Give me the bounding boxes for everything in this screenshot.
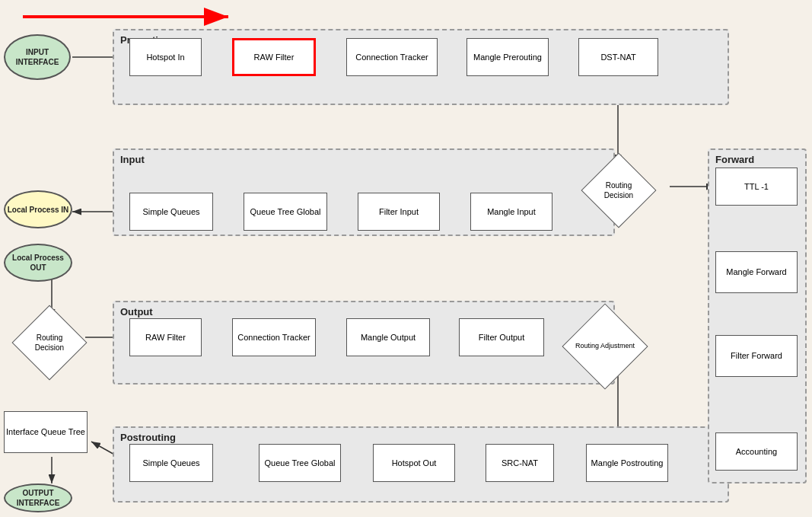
mangle-forward-label: Mangle Forward: [726, 266, 786, 277]
connection-tracker-pre-box: Connection Tracker: [346, 38, 438, 76]
routing-decision-2-label: Routing Decision: [23, 333, 76, 353]
local-process-out-oval: Local Process OUT: [4, 244, 72, 282]
raw-filter-pre-label: RAW Filter: [254, 52, 295, 62]
raw-filter-pre-box: RAW Filter: [232, 38, 316, 76]
local-process-in-oval: Local Process IN: [4, 190, 72, 228]
postrouting-label: Postrouting: [120, 432, 176, 443]
hotspot-in-box: Hotspot In: [129, 38, 202, 76]
mangle-postrouting-box: Mangle Postrouting: [586, 444, 668, 482]
interface-queue-tree-label: Interface Queue Tree: [6, 426, 85, 437]
ttl-1-label: TTL -1: [744, 181, 769, 192]
hotspot-out-box: Hotspot Out: [373, 444, 455, 482]
routing-adjustment-diamond: Routing Adjustment: [575, 316, 635, 377]
diagram: Prerouting INPUT INTERFACE Hotspot In RA…: [0, 0, 812, 517]
routing-adjustment-label: Routing Adjustment: [575, 342, 635, 351]
hotspot-out-label: Hotspot Out: [392, 458, 437, 468]
mangle-input-box: Mangle Input: [470, 193, 552, 231]
ttl-1-box: TTL -1: [715, 168, 798, 206]
interface-queue-tree-box: Interface Queue Tree: [4, 411, 88, 453]
mangle-postrouting-label: Mangle Postrouting: [591, 458, 664, 468]
filter-input-box: Filter Input: [358, 193, 440, 231]
queue-tree-global-in-box: Queue Tree Global: [244, 193, 327, 231]
filter-input-label: Filter Input: [379, 206, 419, 217]
output-interface-oval: OUTPUT INTERFACE: [4, 483, 72, 512]
dst-nat-box: DST-NAT: [578, 38, 658, 76]
dst-nat-label: DST-NAT: [600, 52, 635, 62]
routing-decision-2-diamond: Routing Decision: [23, 316, 76, 369]
queue-tree-global-post-box: Queue Tree Global: [259, 444, 341, 482]
simple-queues-post-label: Simple Queues: [142, 458, 199, 468]
raw-filter-out-box: RAW Filter: [129, 318, 202, 356]
connection-tracker-out-box: Connection Tracker: [232, 318, 316, 356]
input-interface-label: INPUT INTERFACE: [5, 47, 69, 67]
queue-tree-global-post-label: Queue Tree Global: [265, 458, 336, 468]
accounting-box: Accounting: [715, 432, 798, 471]
routing-decision-1-diamond: Routing Decision: [592, 164, 645, 217]
src-nat-label: SRC-NAT: [502, 458, 538, 468]
mangle-output-box: Mangle Output: [346, 318, 430, 356]
connection-tracker-out-label: Connection Tracker: [237, 332, 310, 343]
output-label: Output: [120, 306, 153, 318]
queue-tree-global-in-label: Queue Tree Global: [250, 206, 321, 217]
accounting-label: Accounting: [736, 446, 777, 457]
forward-label: Forward: [715, 154, 754, 165]
filter-output-box: Filter Output: [459, 318, 544, 356]
mangle-prerouting-label: Mangle Prerouting: [473, 52, 542, 62]
simple-queues-in-box: Simple Queues: [129, 193, 213, 231]
local-process-out-label: Local Process OUT: [5, 253, 71, 273]
simple-queues-in-label: Simple Queues: [142, 206, 199, 217]
routing-decision-1-label: Routing Decision: [592, 180, 645, 200]
hotspot-in-label: Hotspot In: [146, 52, 184, 62]
output-interface-label: OUTPUT INTERFACE: [5, 488, 71, 508]
input-label: Input: [120, 154, 145, 165]
mangle-output-label: Mangle Output: [361, 332, 416, 343]
filter-forward-label: Filter Forward: [731, 350, 782, 361]
mangle-prerouting-box: Mangle Prerouting: [467, 38, 549, 76]
local-process-in-label: Local Process IN: [8, 205, 69, 215]
mangle-input-label: Mangle Input: [487, 206, 536, 217]
connection-tracker-pre-label: Connection Tracker: [355, 52, 428, 62]
raw-filter-out-label: RAW Filter: [145, 332, 186, 343]
input-interface-oval: INPUT INTERFACE: [4, 34, 71, 80]
mangle-forward-box: Mangle Forward: [715, 251, 798, 293]
filter-forward-box: Filter Forward: [715, 335, 798, 377]
filter-output-label: Filter Output: [479, 332, 525, 343]
src-nat-box: SRC-NAT: [486, 444, 554, 482]
simple-queues-post-box: Simple Queues: [129, 444, 213, 482]
